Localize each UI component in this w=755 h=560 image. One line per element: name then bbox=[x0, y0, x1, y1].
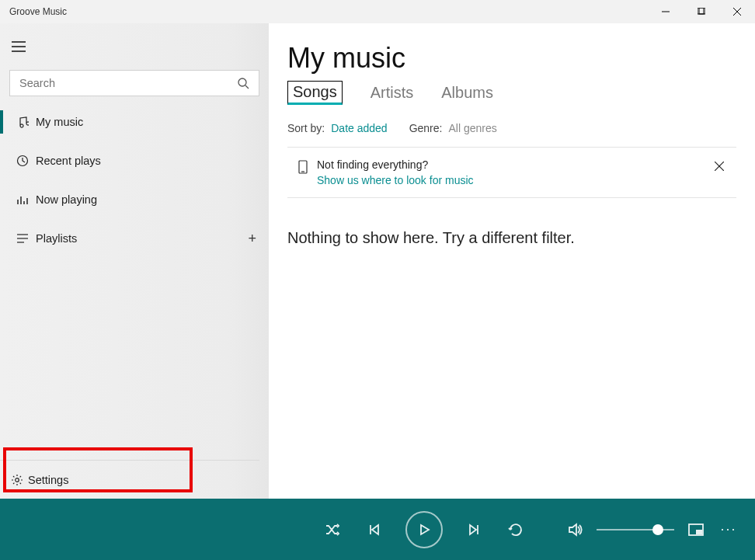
close-button[interactable] bbox=[719, 0, 755, 23]
sort-value[interactable]: Date added bbox=[331, 122, 387, 134]
equalizer-icon bbox=[11, 193, 34, 206]
sidebar-item-recent-plays[interactable]: Recent plays bbox=[0, 141, 269, 180]
tab-label: Albums bbox=[441, 84, 493, 101]
sidebar-item-label: My music bbox=[36, 116, 83, 128]
svg-rect-2 bbox=[699, 8, 705, 14]
hamburger-button[interactable] bbox=[0, 28, 37, 65]
volume-slider[interactable] bbox=[597, 529, 674, 530]
playlist-icon bbox=[11, 232, 34, 245]
mini-player-button[interactable] bbox=[685, 519, 707, 541]
tab-label: Artists bbox=[371, 84, 414, 101]
search-input[interactable] bbox=[10, 77, 228, 89]
title-bar: Groove Music bbox=[0, 0, 755, 23]
clock-icon bbox=[11, 155, 34, 167]
play-button[interactable] bbox=[405, 511, 443, 548]
notice-heading: Not finding everything? bbox=[317, 158, 708, 171]
svg-rect-24 bbox=[696, 530, 702, 534]
more-button[interactable]: ··· bbox=[718, 519, 739, 541]
gear-icon bbox=[11, 474, 23, 486]
notice-close-button[interactable] bbox=[708, 158, 730, 174]
tab-albums[interactable]: Albums bbox=[441, 81, 493, 105]
notice-link[interactable]: Show us where to look for music bbox=[317, 174, 708, 186]
tabs: Songs Artists Albums bbox=[287, 81, 736, 105]
search-box[interactable] bbox=[9, 70, 259, 96]
svg-point-18 bbox=[16, 478, 19, 482]
content-area: My music Songs Artists Albums Sort by: D… bbox=[269, 23, 755, 499]
previous-button[interactable] bbox=[364, 519, 385, 541]
sidebar-item-label: Settings bbox=[28, 474, 68, 486]
sidebar-item-label: Recent plays bbox=[36, 155, 101, 167]
sidebar-item-now-playing[interactable]: Now playing bbox=[0, 180, 269, 219]
music-location-notice: Not finding everything? Show us where to… bbox=[287, 148, 736, 198]
next-button[interactable] bbox=[463, 519, 485, 541]
shuffle-button[interactable] bbox=[322, 519, 343, 541]
player-bar: ··· bbox=[0, 499, 755, 560]
volume-thumb[interactable] bbox=[652, 524, 663, 535]
sidebar-item-settings[interactable]: Settings bbox=[0, 460, 259, 499]
sidebar: My music Recent plays Now playing bbox=[0, 23, 269, 499]
tab-songs[interactable]: Songs bbox=[287, 81, 343, 105]
sidebar-item-label: Now playing bbox=[36, 193, 97, 206]
tab-label: Songs bbox=[293, 83, 337, 100]
minimize-button[interactable] bbox=[648, 0, 684, 23]
window-title: Groove Music bbox=[0, 6, 648, 17]
svg-point-8 bbox=[238, 78, 246, 86]
sidebar-item-playlists[interactable]: Playlists + bbox=[0, 219, 269, 258]
sidebar-item-label: Playlists bbox=[36, 232, 77, 245]
add-playlist-button[interactable]: + bbox=[248, 231, 256, 247]
sort-label: Sort by: bbox=[287, 122, 325, 134]
search-icon[interactable] bbox=[228, 77, 259, 89]
maximize-button[interactable] bbox=[684, 0, 719, 23]
volume-button[interactable] bbox=[564, 519, 586, 541]
sidebar-item-my-music[interactable]: My music bbox=[0, 103, 269, 141]
empty-message: Nothing to show here. Try a different fi… bbox=[287, 229, 736, 247]
genre-label: Genre: bbox=[409, 122, 443, 134]
device-icon bbox=[298, 160, 308, 174]
svg-line-9 bbox=[245, 85, 249, 89]
page-title: My music bbox=[287, 42, 736, 75]
svg-rect-1 bbox=[698, 8, 704, 14]
repeat-button[interactable] bbox=[505, 519, 527, 541]
genre-value[interactable]: All genres bbox=[448, 122, 496, 134]
music-note-icon bbox=[11, 116, 34, 128]
tab-artists[interactable]: Artists bbox=[371, 81, 414, 105]
